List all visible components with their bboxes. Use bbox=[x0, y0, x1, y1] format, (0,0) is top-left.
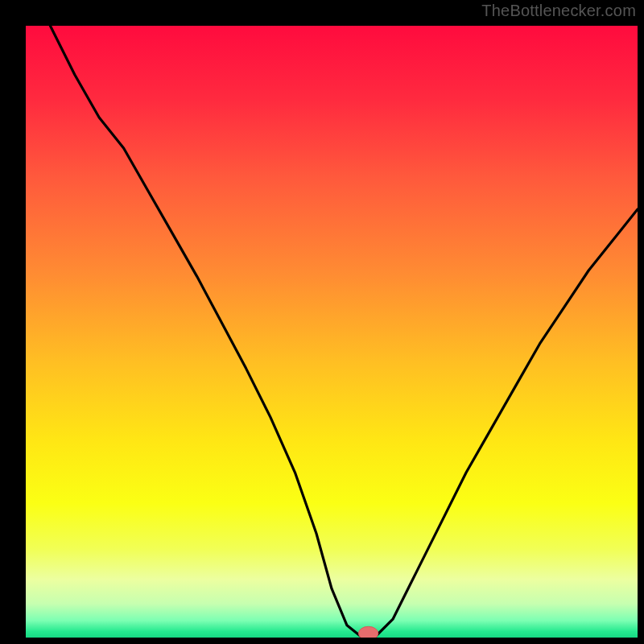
gradient-background bbox=[26, 26, 638, 638]
optimal-point-marker bbox=[358, 626, 378, 638]
outer-black-frame bbox=[10, 10, 634, 634]
bottleneck-chart bbox=[26, 26, 638, 638]
plot-area bbox=[26, 26, 638, 638]
watermark-text: TheBottlenecker.com bbox=[481, 2, 636, 20]
